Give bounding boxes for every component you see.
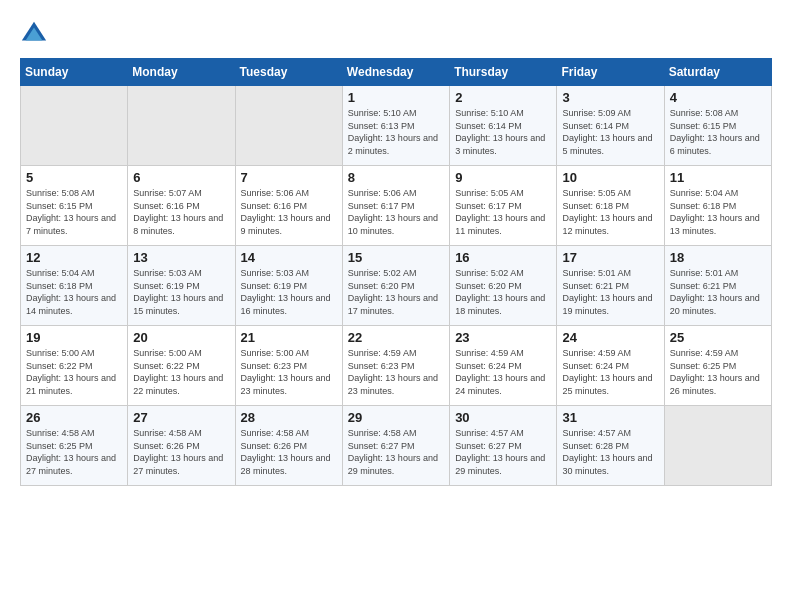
day-number: 31: [562, 410, 658, 425]
day-number: 22: [348, 330, 444, 345]
day-number: 15: [348, 250, 444, 265]
day-number: 2: [455, 90, 551, 105]
day-number: 4: [670, 90, 766, 105]
day-info: Sunrise: 4:58 AM Sunset: 6:25 PM Dayligh…: [26, 427, 122, 477]
day-number: 16: [455, 250, 551, 265]
calendar-cell: 8Sunrise: 5:06 AM Sunset: 6:17 PM Daylig…: [342, 166, 449, 246]
day-info: Sunrise: 4:57 AM Sunset: 6:28 PM Dayligh…: [562, 427, 658, 477]
day-number: 6: [133, 170, 229, 185]
day-number: 23: [455, 330, 551, 345]
calendar-cell: 19Sunrise: 5:00 AM Sunset: 6:22 PM Dayli…: [21, 326, 128, 406]
calendar-week-4: 19Sunrise: 5:00 AM Sunset: 6:22 PM Dayli…: [21, 326, 772, 406]
day-info: Sunrise: 5:00 AM Sunset: 6:22 PM Dayligh…: [133, 347, 229, 397]
header-day-friday: Friday: [557, 59, 664, 86]
calendar-table: SundayMondayTuesdayWednesdayThursdayFrid…: [20, 58, 772, 486]
day-number: 13: [133, 250, 229, 265]
page-header: [20, 20, 772, 48]
calendar-cell: 2Sunrise: 5:10 AM Sunset: 6:14 PM Daylig…: [450, 86, 557, 166]
day-number: 9: [455, 170, 551, 185]
calendar-cell: 13Sunrise: 5:03 AM Sunset: 6:19 PM Dayli…: [128, 246, 235, 326]
calendar-cell: 17Sunrise: 5:01 AM Sunset: 6:21 PM Dayli…: [557, 246, 664, 326]
header-day-sunday: Sunday: [21, 59, 128, 86]
day-info: Sunrise: 4:58 AM Sunset: 6:27 PM Dayligh…: [348, 427, 444, 477]
calendar-cell: 18Sunrise: 5:01 AM Sunset: 6:21 PM Dayli…: [664, 246, 771, 326]
day-info: Sunrise: 5:04 AM Sunset: 6:18 PM Dayligh…: [26, 267, 122, 317]
header-day-tuesday: Tuesday: [235, 59, 342, 86]
calendar-week-5: 26Sunrise: 4:58 AM Sunset: 6:25 PM Dayli…: [21, 406, 772, 486]
calendar-cell: 11Sunrise: 5:04 AM Sunset: 6:18 PM Dayli…: [664, 166, 771, 246]
day-number: 27: [133, 410, 229, 425]
day-number: 12: [26, 250, 122, 265]
day-info: Sunrise: 5:01 AM Sunset: 6:21 PM Dayligh…: [562, 267, 658, 317]
day-info: Sunrise: 5:08 AM Sunset: 6:15 PM Dayligh…: [26, 187, 122, 237]
day-number: 11: [670, 170, 766, 185]
calendar-cell: [235, 86, 342, 166]
day-info: Sunrise: 4:58 AM Sunset: 6:26 PM Dayligh…: [133, 427, 229, 477]
day-number: 20: [133, 330, 229, 345]
day-number: 21: [241, 330, 337, 345]
calendar-cell: 30Sunrise: 4:57 AM Sunset: 6:27 PM Dayli…: [450, 406, 557, 486]
calendar-week-3: 12Sunrise: 5:04 AM Sunset: 6:18 PM Dayli…: [21, 246, 772, 326]
day-info: Sunrise: 4:59 AM Sunset: 6:25 PM Dayligh…: [670, 347, 766, 397]
day-info: Sunrise: 5:01 AM Sunset: 6:21 PM Dayligh…: [670, 267, 766, 317]
calendar-cell: 4Sunrise: 5:08 AM Sunset: 6:15 PM Daylig…: [664, 86, 771, 166]
header-day-thursday: Thursday: [450, 59, 557, 86]
day-number: 10: [562, 170, 658, 185]
day-number: 18: [670, 250, 766, 265]
calendar-header: SundayMondayTuesdayWednesdayThursdayFrid…: [21, 59, 772, 86]
day-info: Sunrise: 4:59 AM Sunset: 6:24 PM Dayligh…: [455, 347, 551, 397]
day-info: Sunrise: 5:03 AM Sunset: 6:19 PM Dayligh…: [241, 267, 337, 317]
day-number: 29: [348, 410, 444, 425]
day-number: 17: [562, 250, 658, 265]
day-info: Sunrise: 5:05 AM Sunset: 6:17 PM Dayligh…: [455, 187, 551, 237]
day-info: Sunrise: 4:59 AM Sunset: 6:24 PM Dayligh…: [562, 347, 658, 397]
calendar-cell: 25Sunrise: 4:59 AM Sunset: 6:25 PM Dayli…: [664, 326, 771, 406]
calendar-cell: 28Sunrise: 4:58 AM Sunset: 6:26 PM Dayli…: [235, 406, 342, 486]
calendar-cell: 1Sunrise: 5:10 AM Sunset: 6:13 PM Daylig…: [342, 86, 449, 166]
logo: [20, 20, 52, 48]
day-number: 19: [26, 330, 122, 345]
day-info: Sunrise: 5:08 AM Sunset: 6:15 PM Dayligh…: [670, 107, 766, 157]
day-info: Sunrise: 5:03 AM Sunset: 6:19 PM Dayligh…: [133, 267, 229, 317]
day-number: 8: [348, 170, 444, 185]
day-info: Sunrise: 5:00 AM Sunset: 6:22 PM Dayligh…: [26, 347, 122, 397]
calendar-body: 1Sunrise: 5:10 AM Sunset: 6:13 PM Daylig…: [21, 86, 772, 486]
day-number: 30: [455, 410, 551, 425]
day-number: 26: [26, 410, 122, 425]
day-info: Sunrise: 4:58 AM Sunset: 6:26 PM Dayligh…: [241, 427, 337, 477]
day-info: Sunrise: 4:59 AM Sunset: 6:23 PM Dayligh…: [348, 347, 444, 397]
calendar-cell: 20Sunrise: 5:00 AM Sunset: 6:22 PM Dayli…: [128, 326, 235, 406]
day-info: Sunrise: 5:06 AM Sunset: 6:16 PM Dayligh…: [241, 187, 337, 237]
calendar-cell: 27Sunrise: 4:58 AM Sunset: 6:26 PM Dayli…: [128, 406, 235, 486]
calendar-week-2: 5Sunrise: 5:08 AM Sunset: 6:15 PM Daylig…: [21, 166, 772, 246]
calendar-cell: 14Sunrise: 5:03 AM Sunset: 6:19 PM Dayli…: [235, 246, 342, 326]
header-day-wednesday: Wednesday: [342, 59, 449, 86]
calendar-cell: 21Sunrise: 5:00 AM Sunset: 6:23 PM Dayli…: [235, 326, 342, 406]
day-info: Sunrise: 5:10 AM Sunset: 6:14 PM Dayligh…: [455, 107, 551, 157]
day-info: Sunrise: 5:04 AM Sunset: 6:18 PM Dayligh…: [670, 187, 766, 237]
day-info: Sunrise: 5:07 AM Sunset: 6:16 PM Dayligh…: [133, 187, 229, 237]
calendar-cell: [21, 86, 128, 166]
day-number: 28: [241, 410, 337, 425]
calendar-cell: 7Sunrise: 5:06 AM Sunset: 6:16 PM Daylig…: [235, 166, 342, 246]
day-info: Sunrise: 5:02 AM Sunset: 6:20 PM Dayligh…: [348, 267, 444, 317]
calendar-cell: 10Sunrise: 5:05 AM Sunset: 6:18 PM Dayli…: [557, 166, 664, 246]
day-info: Sunrise: 5:02 AM Sunset: 6:20 PM Dayligh…: [455, 267, 551, 317]
calendar-cell: 3Sunrise: 5:09 AM Sunset: 6:14 PM Daylig…: [557, 86, 664, 166]
calendar-cell: 5Sunrise: 5:08 AM Sunset: 6:15 PM Daylig…: [21, 166, 128, 246]
calendar-cell: 15Sunrise: 5:02 AM Sunset: 6:20 PM Dayli…: [342, 246, 449, 326]
day-info: Sunrise: 5:09 AM Sunset: 6:14 PM Dayligh…: [562, 107, 658, 157]
day-number: 3: [562, 90, 658, 105]
day-number: 5: [26, 170, 122, 185]
header-day-saturday: Saturday: [664, 59, 771, 86]
day-info: Sunrise: 5:05 AM Sunset: 6:18 PM Dayligh…: [562, 187, 658, 237]
header-day-monday: Monday: [128, 59, 235, 86]
calendar-cell: 16Sunrise: 5:02 AM Sunset: 6:20 PM Dayli…: [450, 246, 557, 326]
calendar-cell: 9Sunrise: 5:05 AM Sunset: 6:17 PM Daylig…: [450, 166, 557, 246]
calendar-cell: [128, 86, 235, 166]
calendar-cell: [664, 406, 771, 486]
calendar-cell: 24Sunrise: 4:59 AM Sunset: 6:24 PM Dayli…: [557, 326, 664, 406]
calendar-cell: 22Sunrise: 4:59 AM Sunset: 6:23 PM Dayli…: [342, 326, 449, 406]
calendar-cell: 23Sunrise: 4:59 AM Sunset: 6:24 PM Dayli…: [450, 326, 557, 406]
logo-icon: [20, 20, 48, 48]
